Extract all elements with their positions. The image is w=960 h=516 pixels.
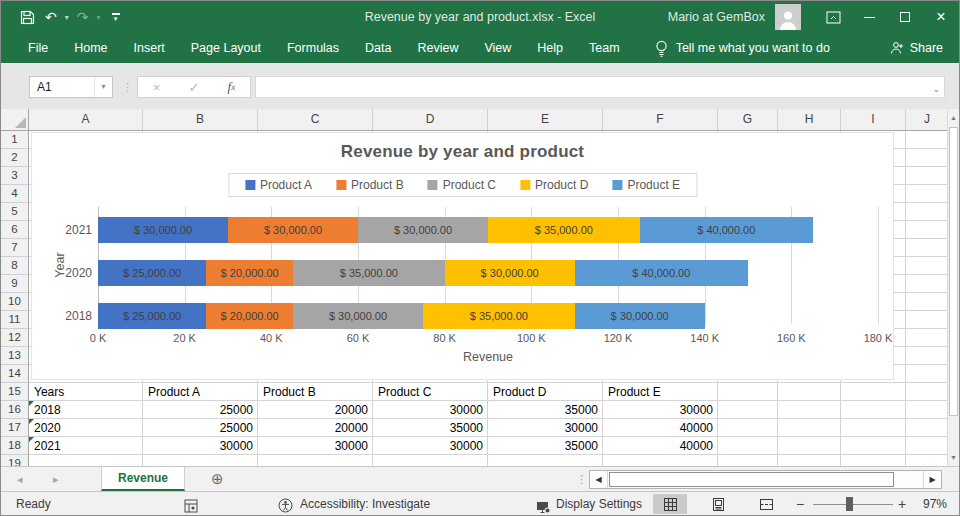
cell-F17[interactable]: 40000 xyxy=(603,419,718,437)
view-page-break-button[interactable] xyxy=(749,494,783,514)
row-header-4[interactable]: 4 xyxy=(1,185,28,203)
ribbon-tab-file[interactable]: File xyxy=(15,33,61,63)
bar-segment-product-a-2018[interactable]: $ 25,000.00 xyxy=(98,303,206,329)
chart[interactable]: Revenue by year and product Product APro… xyxy=(31,132,894,380)
cell-E16[interactable]: 35000 xyxy=(488,401,603,419)
tab-bar-resize-grip[interactable]: ⋮ xyxy=(576,467,587,491)
cell-B16[interactable]: 25000 xyxy=(143,401,258,419)
row-header-18[interactable]: 18 xyxy=(1,437,28,455)
horizontal-scrollbar[interactable]: ◀ ▶ xyxy=(589,470,942,489)
cell-C17[interactable]: 20000 xyxy=(258,419,373,437)
new-sheet-button[interactable]: ⊕ xyxy=(211,467,224,491)
bar-segment-product-e-2020[interactable]: $ 40,000.00 xyxy=(575,260,748,286)
row-header-10[interactable]: 10 xyxy=(1,293,28,311)
legend-item[interactable]: Product E xyxy=(612,178,680,192)
sheet-grid[interactable]: Revenue by year and product Product APro… xyxy=(29,131,949,466)
redo-dropdown[interactable]: ▾ xyxy=(95,13,101,22)
cell-A17[interactable]: 2020 xyxy=(29,419,143,437)
column-header-F[interactable]: F xyxy=(603,109,718,130)
row-header-19[interactable]: 19 xyxy=(1,455,28,466)
minimize-button[interactable] xyxy=(851,1,887,33)
name-box[interactable]: A1 ▾ xyxy=(29,76,113,98)
formula-bar-expand-button[interactable]: ⌄ xyxy=(932,79,940,99)
bar-segment-product-b-2021[interactable]: $ 30,000.00 xyxy=(228,217,358,243)
ribbon-tab-data[interactable]: Data xyxy=(352,33,404,63)
bar-segment-product-d-2020[interactable]: $ 30,000.00 xyxy=(445,260,575,286)
cell-E17[interactable]: 30000 xyxy=(488,419,603,437)
tell-me-box[interactable]: Tell me what you want to do xyxy=(655,33,830,63)
column-header-D[interactable]: D xyxy=(373,109,488,130)
row-header-1[interactable]: 1 xyxy=(1,131,28,149)
column-header-B[interactable]: B xyxy=(143,109,258,130)
bar-segment-product-c-2021[interactable]: $ 30,000.00 xyxy=(358,217,488,243)
qat-customize-button[interactable]: ▾ xyxy=(112,13,120,21)
formula-bar-grip[interactable]: ⋮ xyxy=(122,76,133,98)
ribbon-tab-home[interactable]: Home xyxy=(61,33,120,63)
bar-segment-product-d-2021[interactable]: $ 35,000.00 xyxy=(488,217,640,243)
ribbon-tab-review[interactable]: Review xyxy=(404,33,471,63)
redo-button[interactable]: ↷ xyxy=(74,6,92,28)
zoom-in-button[interactable]: + xyxy=(898,492,906,516)
undo-button[interactable]: ↶ xyxy=(42,6,60,28)
legend-item[interactable]: Product B xyxy=(336,178,404,192)
legend-item[interactable]: Product D xyxy=(520,178,588,192)
h-scroll-thumb[interactable] xyxy=(609,472,894,487)
cell-F16[interactable]: 30000 xyxy=(603,401,718,419)
maximize-button[interactable] xyxy=(887,1,923,33)
share-button[interactable]: Share xyxy=(890,33,943,63)
row-header-2[interactable]: 2 xyxy=(1,149,28,167)
sheet-tab-revenue[interactable]: Revenue xyxy=(101,467,185,491)
row-header-8[interactable]: 8 xyxy=(1,257,28,275)
cell-F18[interactable]: 40000 xyxy=(603,437,718,455)
cell-B17[interactable]: 25000 xyxy=(143,419,258,437)
accessibility-status[interactable]: Accessibility: Investigate xyxy=(300,492,430,516)
column-header-H[interactable]: H xyxy=(778,109,841,130)
row-header-17[interactable]: 17 xyxy=(1,419,28,437)
row-header-6[interactable]: 6 xyxy=(1,221,28,239)
macro-record-button[interactable] xyxy=(184,497,198,516)
ribbon-tab-page-layout[interactable]: Page Layout xyxy=(178,33,274,63)
bar-segment-product-a-2020[interactable]: $ 25,000.00 xyxy=(98,260,206,286)
zoom-percentage[interactable]: 97% xyxy=(923,492,947,516)
column-header-I[interactable]: I xyxy=(841,109,906,130)
ribbon-tab-insert[interactable]: Insert xyxy=(121,33,178,63)
row-header-11[interactable]: 11 xyxy=(1,311,28,329)
column-header-C[interactable]: C xyxy=(258,109,373,130)
bar-segment-product-b-2018[interactable]: $ 20,000.00 xyxy=(206,303,293,329)
insert-function-button[interactable]: fx xyxy=(213,77,250,97)
cell-C16[interactable]: 20000 xyxy=(258,401,373,419)
undo-dropdown[interactable]: ▾ xyxy=(64,13,70,22)
user-avatar[interactable] xyxy=(775,4,801,30)
column-header-J[interactable]: J xyxy=(906,109,949,130)
ribbon-tab-view[interactable]: View xyxy=(471,33,524,63)
cell-C15[interactable]: Product B xyxy=(258,383,373,401)
row-header-15[interactable]: 15 xyxy=(1,383,28,401)
view-page-layout-button[interactable] xyxy=(701,494,735,514)
cell-E18[interactable]: 35000 xyxy=(488,437,603,455)
v-scroll-down-button[interactable]: ▼ xyxy=(948,449,959,466)
row-header-12[interactable]: 12 xyxy=(1,329,28,347)
v-scroll-up-button[interactable]: ▲ xyxy=(948,109,959,126)
cell-A16[interactable]: 2018 xyxy=(29,401,143,419)
h-scroll-left-button[interactable]: ◀ xyxy=(590,471,608,488)
bar-segment-product-c-2020[interactable]: $ 35,000.00 xyxy=(293,260,445,286)
h-scroll-right-button[interactable]: ▶ xyxy=(923,471,941,488)
cell-A15[interactable]: Years xyxy=(29,383,143,401)
ribbon-tab-formulas[interactable]: Formulas xyxy=(274,33,352,63)
row-header-14[interactable]: 14 xyxy=(1,365,28,383)
formula-input[interactable]: ⌄ xyxy=(255,76,945,98)
row-header-9[interactable]: 9 xyxy=(1,275,28,293)
ribbon-display-options-button[interactable] xyxy=(815,1,851,33)
ribbon-tab-help[interactable]: Help xyxy=(524,33,576,63)
cell-E15[interactable]: Product D xyxy=(488,383,603,401)
cell-F15[interactable]: Product E xyxy=(603,383,718,401)
row-header-13[interactable]: 13 xyxy=(1,347,28,365)
cell-D16[interactable]: 30000 xyxy=(373,401,488,419)
cell-D18[interactable]: 30000 xyxy=(373,437,488,455)
select-all-button[interactable] xyxy=(1,109,29,130)
v-scroll-thumb[interactable] xyxy=(949,127,958,416)
column-header-G[interactable]: G xyxy=(718,109,778,130)
sheet-nav-left-button[interactable]: ◂ xyxy=(17,467,23,491)
name-box-dropdown[interactable]: ▾ xyxy=(94,77,112,97)
row-header-5[interactable]: 5 xyxy=(1,203,28,221)
